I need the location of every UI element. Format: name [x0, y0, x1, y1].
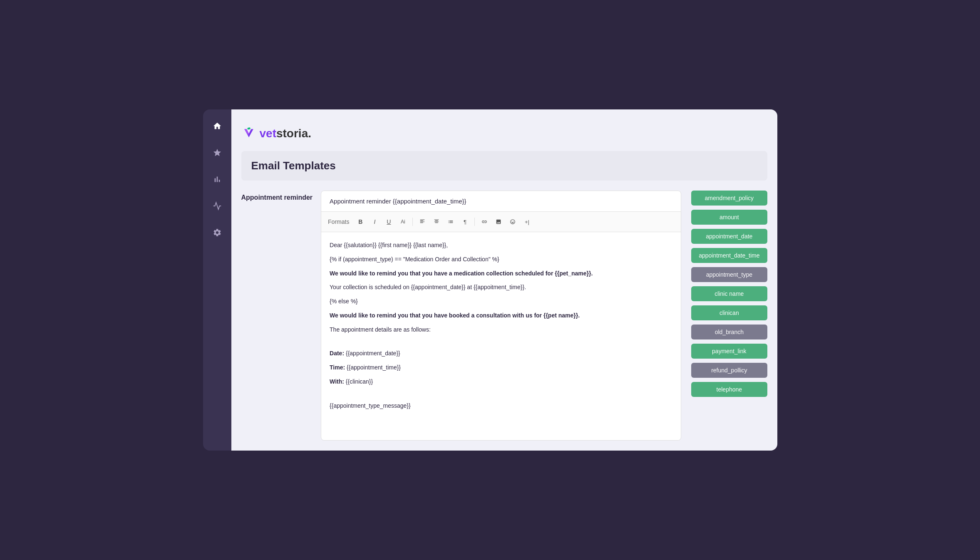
tag-old-branch[interactable]: old_branch [691, 325, 767, 339]
email-editor: Appointment reminder {{appointment_date_… [321, 191, 681, 441]
ai-button[interactable]: Ai [397, 216, 409, 228]
underline-button[interactable]: U [382, 216, 395, 228]
emoji-button[interactable] [506, 216, 519, 228]
section-label: Appointment reminder [241, 191, 313, 441]
list-button[interactable] [444, 216, 457, 228]
tag-appointment-date[interactable]: appointment_date [691, 229, 767, 244]
tag-appointment-type[interactable]: appointment_type [691, 267, 767, 282]
logo-area: vetstoria. [241, 119, 767, 151]
sidebar-item-star[interactable] [209, 144, 226, 161]
paragraph-button[interactable]: ¶ [459, 216, 471, 228]
tag-amount[interactable]: amount [691, 210, 767, 225]
page-header: Email Templates [241, 151, 767, 181]
date-line: Date: {{appointment_date}} [330, 349, 672, 359]
align-center-button[interactable] [430, 216, 443, 228]
medication-reminder: We would like to remind you that you hav… [330, 269, 672, 279]
tag-amendment-policy[interactable]: amendment_policy [691, 191, 767, 206]
main-content: vetstoria. Email Templates Appointment r… [231, 109, 777, 451]
left-panel: Appointment reminder Appointment reminde… [241, 191, 682, 441]
align-left-button[interactable] [416, 216, 429, 228]
collection-scheduled: Your collection is scheduled on {{appoin… [330, 282, 672, 292]
sidebar-item-chart[interactable] [209, 198, 226, 214]
sidebar-item-home[interactable] [209, 118, 226, 134]
tag-appointment-date-time[interactable]: appointment_date_time [691, 248, 767, 263]
sidebar-item-analytics[interactable] [209, 171, 226, 188]
details-intro: The appointment details are as follows: [330, 325, 672, 335]
editor-body[interactable]: Dear {{salutation}} {{first name}} {{las… [321, 232, 681, 423]
consultation-reminder: We would like to remind you that you hav… [330, 311, 672, 321]
more-button[interactable]: +| [521, 216, 533, 228]
logo: vetstoria. [241, 126, 312, 141]
time-line: Time: {{appointment_time}} [330, 363, 672, 373]
editor-toolbar: Formats B I U Ai [321, 212, 681, 232]
app-container: vetstoria. Email Templates Appointment r… [203, 109, 777, 451]
sidebar [203, 109, 231, 451]
bold-button[interactable]: B [354, 216, 367, 228]
if-condition: {% if (appointment_type) == "Medication … [330, 255, 672, 265]
tags-panel: amendment_policy amount appointment_date… [691, 191, 767, 441]
greeting-line: Dear {{salutation}} {{first name}} {{las… [330, 240, 672, 250]
vetstoria-logo-icon [241, 126, 256, 141]
with-line: With: {{clinican}} [330, 377, 672, 387]
tag-clinican[interactable]: clinican [691, 305, 767, 320]
subject-line[interactable]: Appointment reminder {{appointment_date_… [321, 191, 681, 212]
svg-rect-2 [247, 127, 251, 130]
image-button[interactable] [492, 216, 505, 228]
tag-payment-link[interactable]: payment_link [691, 344, 767, 359]
else-condition: {% else %} [330, 297, 672, 307]
separator-1 [412, 218, 413, 226]
logo-text: vetstoria. [260, 127, 312, 140]
tag-telephone[interactable]: telephone [691, 382, 767, 397]
svg-marker-1 [244, 129, 249, 135]
separator-2 [474, 218, 475, 226]
formats-label: Formats [328, 218, 349, 225]
content-area: Appointment reminder Appointment reminde… [241, 191, 767, 441]
tag-refund-pollicy[interactable]: refund_pollicy [691, 363, 767, 378]
tag-clinic-name[interactable]: clinic name [691, 286, 767, 301]
link-button[interactable] [478, 216, 491, 228]
page-title: Email Templates [251, 159, 757, 172]
type-message: {{appointment_type_message}} [330, 401, 672, 411]
sidebar-item-settings[interactable] [209, 224, 226, 241]
italic-button[interactable]: I [368, 216, 381, 228]
